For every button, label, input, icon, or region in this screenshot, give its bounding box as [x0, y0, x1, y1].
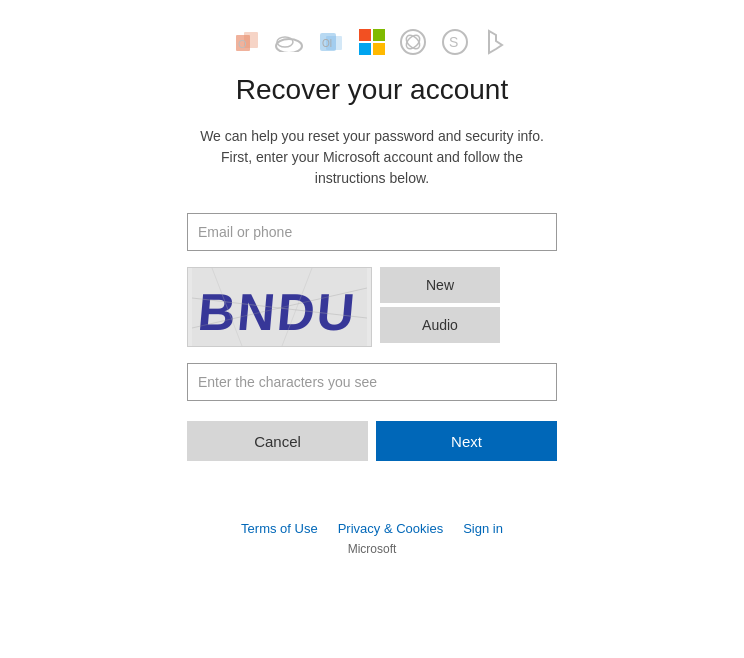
next-button[interactable]: Next	[376, 421, 557, 461]
svg-text:BNDU: BNDU	[196, 283, 359, 341]
captcha-input[interactable]	[187, 363, 557, 401]
captcha-section: BNDU New Audio	[187, 267, 557, 347]
captcha-controls: New Audio	[380, 267, 500, 347]
office-icon: O	[233, 28, 261, 56]
top-icon-bar: O Ol S	[233, 28, 511, 56]
cancel-button[interactable]: Cancel	[187, 421, 368, 461]
microsoft-logo	[359, 29, 385, 55]
terms-link[interactable]: Terms of Use	[241, 521, 318, 536]
svg-text:Ol: Ol	[322, 38, 332, 49]
signin-link[interactable]: Sign in	[463, 521, 503, 536]
bing-icon	[483, 28, 511, 56]
svg-point-8	[401, 30, 425, 54]
privacy-link[interactable]: Privacy & Cookies	[338, 521, 443, 536]
outlook-icon: Ol	[317, 28, 345, 56]
email-input[interactable]	[187, 213, 557, 251]
footer-brand: Microsoft	[348, 542, 397, 556]
xbox-icon	[399, 28, 427, 56]
skype-icon: S	[441, 28, 469, 56]
svg-text:S: S	[449, 34, 458, 50]
new-captcha-button[interactable]: New	[380, 267, 500, 303]
page-title: Recover your account	[236, 74, 508, 106]
action-buttons: Cancel Next	[187, 421, 557, 461]
audio-captcha-button[interactable]: Audio	[380, 307, 500, 343]
captcha-image: BNDU	[187, 267, 372, 347]
svg-marker-13	[489, 31, 502, 53]
svg-text:O: O	[238, 38, 247, 50]
account-recovery-form: BNDU New Audio Cancel Next	[187, 213, 557, 461]
page-description: We can help you reset your password and …	[187, 126, 557, 189]
onedrive-icon	[275, 28, 303, 56]
svg-point-10	[404, 33, 422, 51]
footer-links: Terms of Use Privacy & Cookies Sign in	[241, 521, 503, 536]
